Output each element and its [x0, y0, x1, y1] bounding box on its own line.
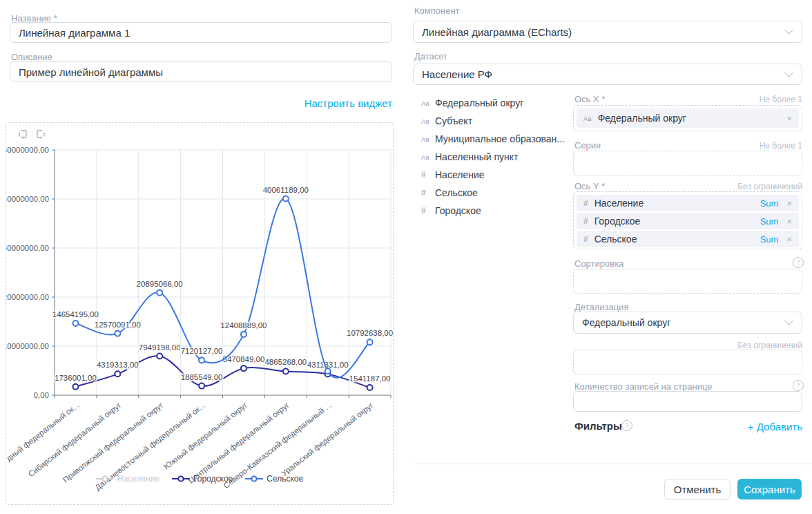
x-axis-dropzone[interactable]: AaФедеральный округ× — [573, 105, 802, 131]
sorting-help-icon: ? — [793, 257, 804, 268]
sorting-dropzone[interactable] — [573, 269, 802, 294]
svg-text:20895066,00: 20895066,00 — [137, 280, 183, 288]
chip-remove-icon[interactable]: × — [786, 198, 792, 209]
field-name: Муниципальное образован... — [435, 133, 565, 144]
text-field-icon: Aa — [421, 99, 435, 107]
detail-label: Детализация — [574, 302, 628, 312]
number-field-icon: # — [421, 188, 435, 198]
legend-item[interactable]: Сельское — [245, 474, 303, 484]
chip-label: Сельское — [594, 234, 637, 245]
svg-text:14654195,00: 14654195,00 — [52, 310, 99, 318]
chevron-down-icon — [784, 68, 793, 77]
legend-line-icon — [245, 475, 263, 482]
configure-widget-link[interactable]: Настроить виджет — [10, 97, 392, 109]
dataset-field-item[interactable]: AaНаселенный пункт — [413, 148, 568, 166]
chip-label: Население — [594, 198, 644, 209]
aggregation-selector[interactable]: Sum — [760, 216, 779, 227]
text-field-icon: Aa — [583, 115, 592, 122]
svg-text:30000000,00: 30000000,00 — [6, 244, 49, 252]
svg-text:10000000,00: 10000000,00 — [6, 342, 49, 350]
svg-text:12408889,00: 12408889,00 — [220, 321, 267, 330]
page-size-input[interactable] — [573, 391, 802, 412]
field-name: Население — [435, 169, 485, 180]
component-label: Компонент — [414, 6, 460, 16]
field-name: Городское — [435, 205, 481, 216]
dataset-field-item[interactable]: #Население — [413, 166, 568, 184]
detail-dropzone[interactable] — [573, 350, 802, 374]
sorting-label: Сортировка — [574, 258, 624, 269]
series-limit: Не более 1 — [573, 141, 802, 151]
dataset-select[interactable]: Население РФ — [413, 64, 802, 85]
field-name: Сельское — [435, 187, 478, 198]
svg-text:40061189,00: 40061189,00 — [263, 186, 309, 194]
chip-label: Федеральный округ — [598, 113, 686, 124]
series-dropzone[interactable] — [573, 151, 802, 175]
svg-text:7949198,00: 7949198,00 — [139, 343, 181, 352]
chevron-down-icon — [784, 26, 793, 35]
x-axis-limit: Не более 1 — [573, 95, 802, 104]
chart-legend: Население Городское Сельское — [6, 474, 393, 484]
field-chip[interactable]: #ГородскоеSum× — [577, 213, 799, 229]
field-chip[interactable]: #НаселениеSum× — [577, 195, 799, 211]
field-chip[interactable]: AaФедеральный округ× — [577, 108, 799, 128]
svg-text:4319313,00: 4319313,00 — [97, 361, 139, 369]
field-name: Субъект — [435, 115, 472, 126]
number-field-icon: # — [583, 234, 588, 244]
svg-text:1736001,00: 1736001,00 — [55, 374, 97, 382]
chip-remove-icon[interactable]: × — [786, 216, 792, 227]
detail-value: Федеральный округ — [582, 317, 670, 328]
legend-item[interactable]: Население — [96, 474, 160, 484]
add-filter-link[interactable]: + Добавить — [573, 421, 802, 432]
legend-line-icon — [172, 475, 190, 482]
number-field-icon: # — [421, 206, 435, 216]
legend-line-icon — [96, 475, 114, 482]
aggregation-selector[interactable]: Sum — [760, 234, 779, 245]
number-field-icon: # — [583, 198, 588, 208]
description-label: Описание — [11, 52, 52, 62]
chevron-down-icon — [784, 316, 793, 325]
name-input[interactable] — [10, 22, 392, 43]
chart-panel: 0,0010000000,0020000000,0030000000,00400… — [6, 122, 394, 505]
number-field-icon: # — [583, 216, 588, 226]
text-field-icon: Aa — [421, 135, 435, 143]
detail-select[interactable]: Федеральный округ — [573, 312, 802, 334]
page-size-label: Количество записей на странице — [574, 381, 712, 392]
dataset-field-item[interactable]: AaМуниципальное образован... — [413, 130, 568, 148]
text-field-icon: Aa — [421, 117, 435, 125]
y-axis-dropzone[interactable]: #НаселениеSum×#ГородскоеSum×#СельскоеSum… — [573, 191, 802, 249]
detail-limit: Без ограничений — [573, 341, 802, 350]
chip-label: Городское — [594, 216, 641, 227]
description-input[interactable] — [10, 61, 392, 82]
legend-label: Население — [117, 474, 160, 484]
dataset-field-list: AaФедеральный округAaСубъектAaМуниципаль… — [413, 94, 568, 220]
svg-text:40000000,00: 40000000,00 — [6, 195, 49, 203]
page-size-help-icon: ? — [793, 380, 804, 391]
svg-text:12570091,00: 12570091,00 — [95, 321, 141, 329]
dataset-field-item[interactable]: AaФедеральный округ — [413, 94, 568, 112]
field-chip[interactable]: #СельскоеSum× — [577, 231, 799, 247]
cancel-button[interactable]: Отменить — [664, 479, 731, 499]
aggregation-selector[interactable]: Sum — [760, 198, 779, 209]
svg-text:10792638,00: 10792638,00 — [347, 329, 393, 337]
text-field-icon: Aa — [421, 153, 435, 161]
dataset-field-item[interactable]: #Сельское — [413, 184, 568, 202]
legend-label: Городское — [193, 474, 233, 484]
chip-remove-icon[interactable]: × — [786, 113, 792, 124]
number-field-icon: # — [421, 170, 435, 180]
svg-text:7120127,00: 7120127,00 — [181, 347, 223, 355]
chip-remove-icon[interactable]: × — [786, 234, 792, 245]
dataset-value: Население РФ — [422, 68, 492, 80]
svg-text:20000000,00: 20000000,00 — [6, 293, 49, 301]
dataset-field-item[interactable]: #Городское — [413, 202, 568, 220]
x-axis-label: Южный федеральный округ — [162, 401, 249, 471]
legend-label: Сельское — [267, 474, 303, 484]
dataset-label: Датасет — [414, 51, 447, 61]
dataset-field-item[interactable]: AaСубъект — [413, 112, 568, 130]
legend-item[interactable]: Городское — [172, 474, 233, 484]
x-axis-label: Уральский федеральный округ — [280, 401, 375, 477]
line-chart: 0,0010000000,0020000000,0030000000,00400… — [6, 123, 393, 504]
component-select[interactable]: Линейная диаграмма (ECharts) — [413, 21, 802, 43]
save-button[interactable]: Сохранить — [737, 479, 802, 499]
footer-divider — [413, 464, 812, 464]
field-name: Населенный пункт — [435, 151, 518, 162]
